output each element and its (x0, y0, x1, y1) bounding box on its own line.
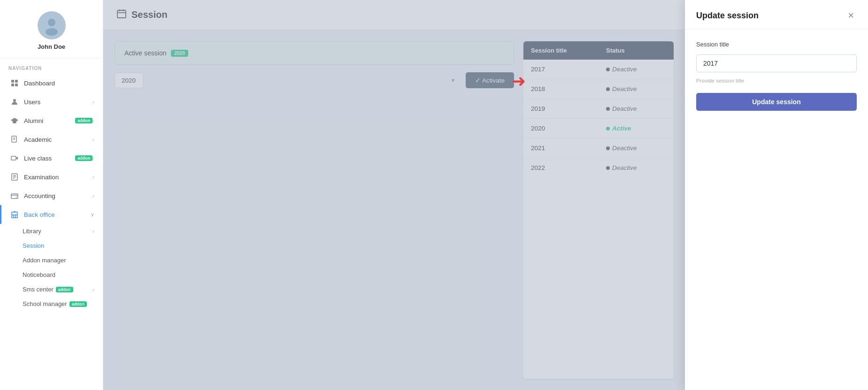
sidebar-item-liveclass[interactable]: Live class addon › (0, 149, 103, 168)
profile-name: John Doe (38, 43, 65, 50)
person-icon (10, 97, 19, 107)
overlay[interactable] (103, 0, 685, 390)
sidebar-item-label: Alumni (24, 117, 73, 124)
sidebar: John Doe NAVIGATION Dashboard Users › Al… (0, 0, 103, 390)
svg-rect-11 (11, 156, 16, 160)
chevron-down-icon: ∨ (91, 212, 94, 218)
svg-point-18 (16, 197, 17, 198)
addon-badge: addon (75, 118, 92, 123)
sub-item-label: School manager (23, 300, 67, 307)
sidebar-item-examination[interactable]: Examination › (0, 168, 103, 186)
chevron-right-icon: › (92, 137, 94, 142)
sub-item-label: Noticeboard (23, 271, 55, 278)
sidebar-item-users[interactable]: Users › (0, 92, 103, 111)
svg-rect-17 (11, 194, 18, 199)
sidebar-item-addon-manager[interactable]: Addon manager (0, 253, 103, 268)
update-panel-body: Session title Provide session title Upda… (685, 30, 868, 122)
chevron-right-icon: › (92, 287, 94, 292)
session-title-input[interactable] (696, 54, 857, 72)
sidebar-item-label: Academic (24, 136, 92, 143)
sidebar-item-label: Back office (24, 211, 91, 218)
sidebar-item-label: Examination (24, 174, 92, 181)
field-label-session-title: Session title (696, 41, 857, 48)
sidebar-item-session[interactable]: Session (0, 238, 103, 253)
svg-rect-2 (11, 80, 14, 83)
sidebar-item-label: Live class (24, 155, 73, 162)
sidebar-item-sms-center[interactable]: Sms center addon › (0, 282, 103, 297)
close-button[interactable]: × (845, 9, 857, 22)
avatar (38, 11, 66, 39)
sidebar-item-library[interactable]: Library › (0, 224, 103, 238)
sidebar-item-label: Accounting (24, 192, 92, 199)
sidebar-item-backoffice[interactable]: Back office ∨ (0, 205, 103, 224)
video-icon (10, 153, 19, 163)
svg-rect-3 (15, 80, 18, 83)
wallet-icon (10, 191, 19, 200)
chevron-right-icon: › (92, 229, 94, 234)
sub-item-label: Sms center (23, 286, 54, 293)
addon-badge: addon (56, 287, 73, 292)
update-session-button[interactable]: Update session (696, 93, 857, 111)
field-hint: Provide session title (696, 78, 857, 84)
svg-rect-5 (15, 84, 18, 86)
exam-icon (10, 172, 19, 182)
addon-badge: addon (69, 301, 87, 307)
chevron-right-icon: › (92, 155, 94, 161)
sidebar-item-school-manager[interactable]: School manager addon (0, 297, 103, 311)
nav-section-label: NAVIGATION (0, 58, 103, 74)
profile-section: John Doe (0, 0, 103, 58)
chevron-right-icon: › (92, 118, 94, 123)
svg-rect-4 (11, 84, 14, 86)
sidebar-item-label: Dashboard (24, 80, 94, 87)
chevron-right-icon: › (92, 174, 94, 180)
svg-point-0 (48, 19, 55, 26)
sub-item-label: Session (23, 242, 44, 249)
sidebar-item-academic[interactable]: Academic › (0, 130, 103, 149)
svg-point-1 (46, 28, 58, 36)
sidebar-item-noticeboard[interactable]: Noticeboard (0, 268, 103, 282)
building-icon (10, 210, 19, 219)
svg-point-6 (13, 99, 16, 102)
chevron-right-icon: › (92, 193, 94, 199)
sub-item-label: Addon manager (23, 257, 66, 264)
update-panel-header: Update session × (685, 0, 868, 30)
graduation-icon (10, 116, 19, 125)
sidebar-item-label: Users (24, 99, 92, 106)
sidebar-item-alumni[interactable]: Alumni addon › (0, 111, 103, 130)
main-content: ➜ Session Active session 2020 2020 2017 … (103, 0, 685, 390)
book-icon (10, 135, 19, 144)
update-panel-title: Update session (696, 11, 759, 21)
chevron-right-icon: › (92, 99, 94, 105)
sidebar-item-accounting[interactable]: Accounting › (0, 186, 103, 205)
update-session-panel: Update session × Session title Provide s… (685, 0, 868, 390)
addon-badge: addon (75, 155, 92, 161)
sub-item-label: Library (23, 228, 41, 235)
grid-icon (10, 78, 19, 88)
sidebar-item-dashboard[interactable]: Dashboard (0, 74, 103, 92)
